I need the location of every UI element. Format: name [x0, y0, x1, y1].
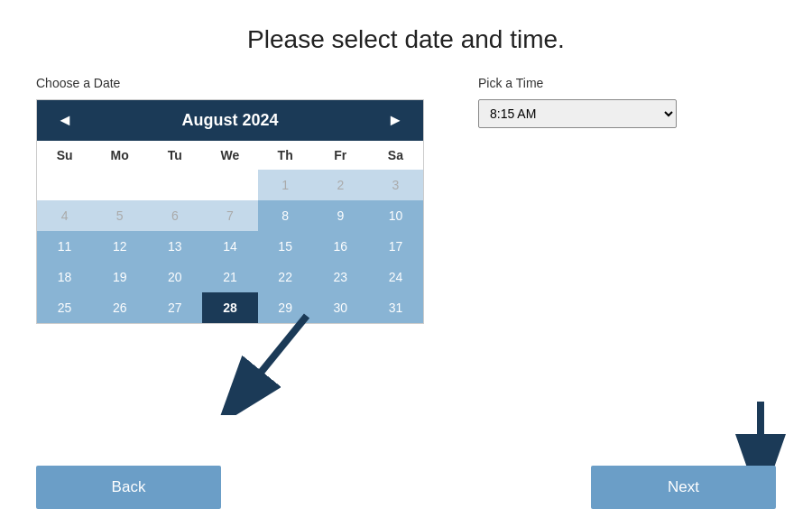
calendar-day-cell[interactable]: 25 — [37, 292, 92, 323]
calendar-day-cell[interactable]: 12 — [92, 231, 147, 262]
calendar-day-name: Su — [37, 141, 92, 170]
bottom-buttons: Back Next — [0, 466, 812, 509]
calendar-days-header: SuMoTuWeThFrSa — [37, 141, 423, 170]
calendar-day-name: Fr — [313, 141, 368, 170]
calendar-day-cell[interactable]: 23 — [313, 262, 368, 292]
svg-line-1 — [248, 316, 307, 388]
calendar-day-cell[interactable]: 4 — [37, 200, 92, 231]
calendar-section: Choose a Date ◄ August 2024 ► SuMoTuWeTh… — [36, 76, 424, 324]
calendar-day-cell[interactable]: 3 — [368, 170, 423, 200]
calendar-day-name: We — [202, 141, 257, 170]
calendar-day-cell[interactable]: 11 — [37, 231, 92, 262]
calendar-day-cell[interactable]: 17 — [368, 231, 423, 262]
calendar-day-cell[interactable]: 24 — [368, 262, 423, 292]
calendar-label: Choose a Date — [36, 76, 424, 90]
calendar-day-cell[interactable]: 22 — [258, 262, 313, 292]
calendar-day-cell[interactable]: 18 — [37, 262, 92, 292]
calendar-day-cell[interactable]: 15 — [258, 231, 313, 262]
calendar: ◄ August 2024 ► SuMoTuWeThFrSa 123456789… — [36, 99, 424, 324]
calendar-day-cell[interactable]: 28 — [202, 292, 257, 323]
calendar-day-cell[interactable]: 9 — [313, 200, 368, 231]
calendar-day-cell[interactable]: 21 — [202, 262, 257, 292]
calendar-day-cell[interactable]: 1 — [258, 170, 313, 200]
calendar-day-name: Mo — [92, 141, 147, 170]
calendar-day-cell[interactable]: 20 — [147, 262, 202, 292]
calendar-day-cell[interactable]: 13 — [147, 231, 202, 262]
calendar-day-cell[interactable]: 5 — [92, 200, 147, 231]
back-button[interactable]: Back — [36, 466, 221, 509]
calendar-day-cell — [147, 170, 202, 200]
calendar-grid: 1234567891011121314151617181920212223242… — [37, 170, 423, 323]
calendar-day-cell[interactable]: 16 — [313, 231, 368, 262]
calendar-day-cell[interactable]: 7 — [202, 200, 257, 231]
calendar-day-cell[interactable]: 6 — [147, 200, 202, 231]
calendar-day-cell[interactable]: 14 — [202, 231, 257, 262]
calendar-day-name: Tu — [147, 141, 202, 170]
calendar-month-year: August 2024 — [181, 111, 278, 130]
next-button[interactable]: Next — [591, 466, 776, 509]
calendar-day-cell[interactable]: 26 — [92, 292, 147, 323]
time-select[interactable]: 8:15 AM8:30 AM8:45 AM9:00 AM9:15 AM9:30 … — [478, 99, 677, 128]
next-month-button[interactable]: ► — [380, 109, 411, 132]
calendar-day-cell[interactable]: 30 — [313, 292, 368, 323]
calendar-day-cell[interactable]: 10 — [368, 200, 423, 231]
page-title: Please select date and time. — [0, 0, 812, 76]
calendar-day-cell[interactable]: 27 — [147, 292, 202, 323]
calendar-day-cell[interactable]: 29 — [258, 292, 313, 323]
time-section: Pick a Time 8:15 AM8:30 AM8:45 AM9:00 AM… — [478, 76, 677, 128]
calendar-day-cell — [37, 170, 92, 200]
prev-month-button[interactable]: ◄ — [50, 109, 80, 132]
calendar-day-cell — [202, 170, 257, 200]
next-button-arrow-annotation — [729, 397, 792, 469]
calendar-day-cell[interactable]: 31 — [368, 292, 423, 323]
calendar-day-cell[interactable]: 19 — [92, 262, 147, 292]
calendar-day-name: Th — [258, 141, 313, 170]
calendar-day-cell — [92, 170, 147, 200]
calendar-day-name: Sa — [368, 141, 423, 170]
time-label: Pick a Time — [478, 76, 677, 90]
calendar-header: ◄ August 2024 ► — [37, 100, 423, 141]
calendar-day-cell[interactable]: 8 — [258, 200, 313, 231]
calendar-day-cell[interactable]: 2 — [313, 170, 368, 200]
main-content: Choose a Date ◄ August 2024 ► SuMoTuWeTh… — [0, 76, 812, 324]
